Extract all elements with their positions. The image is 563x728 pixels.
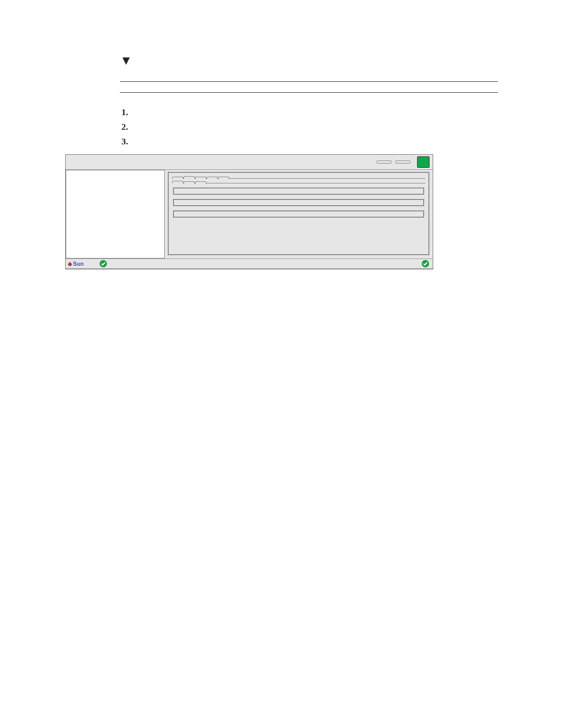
tab-properties[interactable]: [183, 176, 195, 179]
help-icon[interactable]: [417, 156, 430, 168]
tabs-sub: [172, 181, 425, 183]
step-1: [130, 107, 498, 118]
page-footer: [65, 379, 498, 387]
apply-button[interactable]: [376, 161, 392, 164]
steps-list: [120, 107, 498, 147]
step-3: [130, 137, 498, 147]
sun-logo-icon: ◆Sun: [68, 261, 84, 267]
tab-snmp[interactable]: [218, 177, 229, 179]
procedure-marker-icon: ▼: [120, 54, 132, 68]
refresh-button[interactable]: [395, 161, 411, 164]
tcpip-fieldset: [173, 199, 424, 206]
tab-status[interactable]: [172, 177, 183, 179]
host-interface-fieldset: [173, 211, 424, 218]
tab-statistics[interactable]: [195, 177, 206, 179]
device-tree[interactable]: [66, 170, 165, 258]
tab-auto-clean[interactable]: [206, 177, 218, 179]
menubar: [66, 155, 433, 170]
tabs-top: [172, 176, 425, 179]
step-2: [130, 122, 498, 132]
check-icon: [100, 260, 107, 267]
tab-module[interactable]: [195, 181, 206, 184]
tab-library-controller[interactable]: [183, 181, 195, 184]
tab-general[interactable]: [172, 181, 183, 183]
app-window: ◆Sun: [65, 154, 433, 269]
library-panel: [168, 172, 430, 255]
statusbar: ◆Sun: [66, 258, 433, 269]
physical-fieldset: [173, 188, 424, 195]
note-box: [120, 81, 498, 93]
page-title: ▼: [120, 52, 498, 70]
check-icon: [422, 260, 429, 267]
